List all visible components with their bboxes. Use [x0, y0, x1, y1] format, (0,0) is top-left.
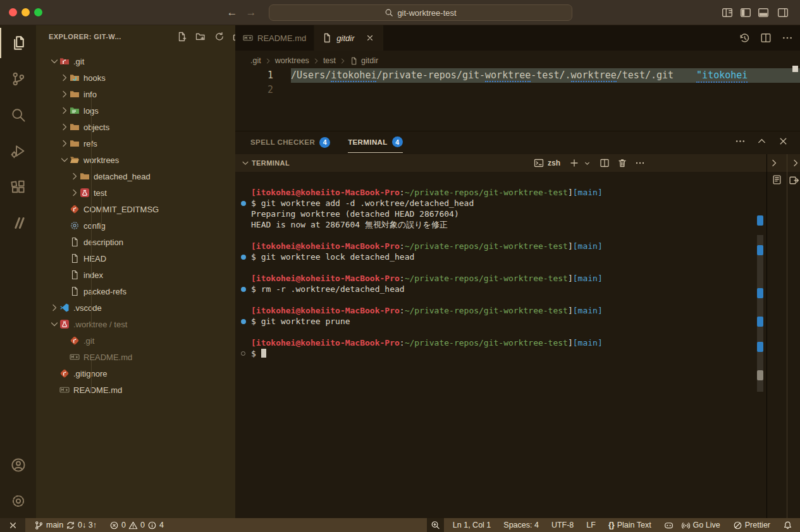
open-in-editor-icon[interactable] [789, 175, 799, 186]
terminal-blank-line [235, 262, 757, 273]
tree-item-config[interactable]: config [36, 217, 235, 234]
customize-layout-icon[interactable] [721, 6, 734, 19]
command-center-search[interactable]: git-worktree-test [269, 4, 572, 21]
chevron-right-icon [264, 57, 272, 64]
encoding-item[interactable]: UTF-8 [548, 518, 577, 532]
close-window-button[interactable] [9, 8, 17, 16]
tree-item--vscode[interactable]: .vscode [36, 299, 235, 316]
command-decoration-dot[interactable] [241, 319, 246, 324]
scrollbar-command-mark[interactable] [757, 342, 763, 352]
editor-line-2[interactable]: 2 [235, 83, 800, 97]
terminal[interactable]: [itokohei@koheiito-MacBook-Pro:~/private… [235, 172, 757, 519]
tree-item--git[interactable]: .git [36, 332, 235, 349]
git-diamond-icon [59, 368, 70, 378]
tree-item-refs[interactable]: refs [36, 135, 235, 152]
breadcrumb-item[interactable]: test [323, 56, 336, 65]
go-live-item[interactable]: Go Live [677, 518, 724, 532]
sidebar-item-extensions[interactable] [0, 172, 36, 202]
timeline-history-icon[interactable] [738, 32, 751, 44]
tree-item-description[interactable]: description [36, 234, 235, 250]
breadcrumb-item[interactable]: .git [250, 56, 261, 65]
tab-readme[interactable]: README.md [235, 25, 314, 51]
terminal-prompt-line: [itokohei@koheiito-MacBook-Pro:~/private… [235, 305, 757, 316]
scrollbar-command-mark[interactable] [757, 215, 763, 226]
problems-status-item[interactable]: 0 0 4 [106, 518, 168, 532]
tree-item-logs[interactable]: logs [36, 102, 235, 119]
tree-item--git[interactable]: .git [36, 53, 235, 70]
forward-arrow-icon[interactable]: → [244, 6, 258, 20]
indentation-item[interactable]: Spaces: 4 [500, 518, 543, 532]
command-decoration-dot[interactable] [241, 255, 246, 260]
accounts-button[interactable] [0, 450, 36, 480]
tab-spell-checker[interactable]: SPELL CHECKER 4 [250, 131, 330, 153]
tree-item-objects[interactable]: objects [36, 119, 235, 135]
breadcrumb-item[interactable]: gitdir [361, 56, 378, 65]
minimize-window-button[interactable] [22, 8, 30, 16]
split-terminal-icon[interactable] [600, 158, 610, 168]
terminal-command-line: $ rm -r .worktree/detached_head [235, 284, 757, 294]
more-actions-icon[interactable] [635, 158, 645, 168]
split-editor-icon[interactable] [760, 32, 772, 44]
launch-profile-chevron-icon[interactable] [582, 158, 592, 168]
breadcrumb-item[interactable]: worktrees [275, 56, 309, 65]
tree-item-readme-md[interactable]: README.md [36, 349, 235, 365]
notebook-list-icon[interactable] [772, 174, 782, 185]
toggle-right-sidebar-icon[interactable] [777, 6, 789, 19]
close-panel-icon[interactable] [778, 136, 789, 147]
terminal-section-header[interactable]: TERMINAL zsh [235, 154, 800, 172]
close-icon[interactable] [365, 33, 375, 43]
tree-item-head[interactable]: HEAD [36, 250, 235, 267]
editor-line-1[interactable]: 1 /Users/itokohei/private-repos/git-work… [235, 68, 800, 83]
tab-terminal[interactable]: TERMINAL 4 [348, 131, 403, 153]
eol-item[interactable]: LF [582, 518, 600, 532]
tree-item-worktrees[interactable]: worktrees [36, 152, 235, 168]
sidebar-item-explorer[interactable] [0, 28, 36, 58]
tree-item-index[interactable]: index [36, 267, 235, 283]
refresh-icon[interactable] [214, 32, 225, 42]
maximize-panel-icon[interactable] [756, 136, 767, 147]
toggle-panel-icon[interactable] [757, 6, 770, 19]
scrollbar-command-mark[interactable] [757, 288, 763, 298]
new-file-icon[interactable] [176, 32, 187, 42]
branch-status-item[interactable]: main 0↓ 3↑ [30, 518, 101, 532]
tree-item-test[interactable]: test [36, 184, 235, 201]
settings-button[interactable] [0, 486, 36, 516]
git-diamond-icon [70, 336, 80, 346]
toggle-left-sidebar-icon[interactable] [739, 6, 752, 19]
new-folder-icon[interactable] [195, 32, 206, 42]
tree-item-hooks[interactable]: hooks [36, 70, 235, 86]
kill-terminal-icon[interactable] [617, 158, 627, 168]
terminal-scrollbar[interactable] [756, 172, 765, 519]
zoom-status-item[interactable] [427, 518, 444, 532]
prettier-item[interactable]: Prettier [729, 518, 774, 532]
tab-gitdir[interactable]: gitdir [314, 25, 383, 51]
tree-item-commit-editmsg[interactable]: COMMIT_EDITMSG [36, 201, 235, 217]
cursor-position-item[interactable]: Ln 1, Col 1 [449, 518, 495, 532]
tree-item-info[interactable]: info [36, 86, 235, 102]
more-actions-icon[interactable] [735, 136, 746, 147]
zoom-window-button[interactable] [34, 8, 42, 16]
sidebar-item-search[interactable] [0, 100, 36, 130]
tree-item-detached-head[interactable]: detached_head [36, 168, 235, 184]
tree-item--worktree-test[interactable]: .worktree / test [36, 316, 235, 332]
scrollbar-command-mark[interactable] [757, 317, 763, 327]
tree-item-readme-md[interactable]: README.md [36, 382, 235, 398]
sidebar-item-run-debug[interactable] [0, 136, 36, 166]
sidebar-item-source-control[interactable] [0, 64, 36, 94]
tree-item--gitignore[interactable]: .gitignore [36, 365, 235, 382]
back-arrow-icon[interactable]: ← [225, 6, 239, 20]
notifications-item[interactable] [779, 518, 800, 532]
scrollbar-thumb[interactable] [757, 235, 763, 392]
more-actions-icon[interactable] [781, 32, 794, 44]
command-decoration-dot[interactable] [241, 201, 246, 206]
tree-item-packed-refs[interactable]: packed-refs [36, 283, 235, 299]
command-decoration-circle[interactable] [241, 351, 245, 356]
command-decoration-dot[interactable] [241, 287, 246, 292]
scrollbar-current-mark[interactable] [757, 370, 763, 380]
copilot-status-item[interactable] [660, 518, 677, 532]
remote-indicator[interactable] [0, 518, 25, 532]
language-mode-item[interactable]: {} Plain Text [605, 518, 655, 532]
scrollbar-command-mark[interactable] [757, 245, 763, 255]
sidebar-item-custom-extension[interactable] [0, 208, 36, 238]
new-terminal-icon[interactable] [569, 158, 579, 168]
